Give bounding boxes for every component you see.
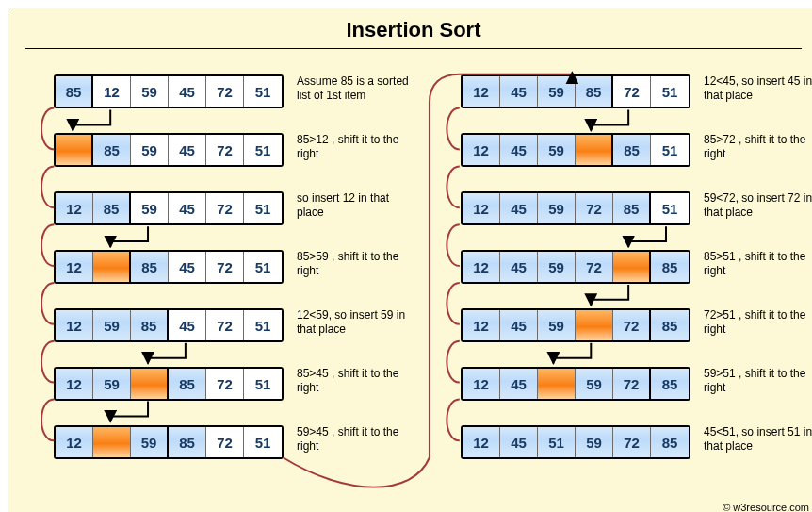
array: 128559457251: [54, 191, 284, 225]
sort-step: 12455985725112<45, so insert 45 in that …: [461, 74, 812, 133]
array-cell: 51: [244, 427, 282, 457]
array-cell: 12: [463, 135, 500, 165]
array-cell: 12: [56, 310, 93, 340]
array-cell: 45: [500, 135, 538, 165]
array-cell: 51: [651, 76, 689, 107]
array-cell: 45: [500, 427, 538, 457]
array-cell: 51: [244, 135, 282, 165]
sort-step: 128559457251so insert 12 in that place: [54, 191, 419, 250]
array-cell: 85: [93, 193, 131, 223]
array-cell: 72: [576, 252, 613, 282]
step-caption: 85>45 , shift it to the right: [297, 367, 419, 395]
array-cell: 85: [651, 369, 689, 399]
array: 124551597285: [461, 425, 690, 459]
array: 1245597285: [461, 308, 690, 342]
array-cell: 59: [538, 135, 576, 165]
step-caption: 59>45 , shift it to the right: [297, 425, 419, 454]
sort-step: 12598545725112<59, so insert 59 in that …: [54, 308, 419, 367]
array-cell: 72: [576, 193, 613, 223]
array-cell: 72: [613, 427, 651, 457]
array-cell: 51: [538, 427, 576, 457]
sort-step: 851259457251Assume 85 is a sorted list o…: [54, 74, 419, 133]
array-cell: 72: [613, 369, 651, 399]
array-gap-cell: [613, 252, 651, 282]
step-caption: 85>72 , shift it to the right: [704, 133, 812, 161]
array: 1259857251: [54, 367, 284, 401]
step-caption: 85>59 , shift it to the right: [297, 250, 419, 278]
array: 1285457251: [54, 250, 284, 284]
array-cell: 12: [93, 76, 131, 107]
array-cell: 72: [206, 427, 244, 457]
diagram-canvas: Insertion Sort 851259457251Assume 85 is …: [8, 8, 812, 512]
array-gap-cell: [131, 369, 169, 399]
array-cell: 59: [576, 427, 613, 457]
array-cell: 85: [131, 252, 169, 282]
array-cell: 12: [463, 310, 500, 340]
steps-column-right: 12455985725112<45, so insert 45 in that …: [461, 74, 812, 484]
array-cell: 45: [169, 310, 206, 340]
array-cell: 72: [206, 135, 244, 165]
sort-step: 125985725185>45 , shift it to the right: [54, 367, 419, 425]
sort-step: 128545725185>59 , shift it to the right: [54, 250, 419, 308]
array-cell: 45: [500, 252, 538, 282]
diagram-title: Insertion Sort: [8, 18, 812, 42]
step-caption: 59>51 , shift it to the right: [704, 367, 812, 395]
array-cell: 59: [538, 252, 576, 282]
array-cell: 59: [131, 76, 169, 107]
array-cell: 45: [500, 369, 538, 399]
array-cell: 45: [169, 135, 206, 165]
array: 124559728551: [461, 191, 690, 225]
array-cell: 85: [56, 76, 93, 107]
array-cell: 51: [651, 135, 689, 165]
array: 8559457251: [54, 133, 284, 167]
step-caption: 85>12 , shift it to the right: [297, 133, 419, 161]
array-cell: 51: [244, 193, 282, 223]
array-cell: 45: [169, 76, 206, 107]
step-caption: 59<72, so insert 72 in that place: [704, 191, 812, 220]
sort-step: 125985725159>45 , shift it to the right: [54, 425, 419, 484]
step-caption: 85>51 , shift it to the right: [704, 250, 812, 278]
step-caption: Assume 85 is a sorted list of 1st item: [297, 74, 419, 103]
array-cell: 85: [576, 76, 613, 107]
array-cell: 45: [500, 310, 538, 340]
array-cell: 51: [244, 369, 282, 399]
array-cell: 51: [244, 76, 282, 107]
sort-step: 12455159728545<51, so insert 51 in that …: [461, 425, 812, 484]
array-cell: 45: [500, 76, 538, 107]
steps-column-left: 851259457251Assume 85 is a sorted list o…: [54, 74, 419, 484]
array-cell: 85: [651, 427, 689, 457]
sort-step: 124559728559>51 , shift it to the right: [461, 367, 812, 425]
array-cell: 59: [131, 427, 169, 457]
array-cell: 45: [169, 252, 206, 282]
array-cell: 51: [651, 193, 689, 223]
array: 124559857251: [461, 74, 690, 108]
array-cell: 12: [56, 252, 93, 282]
array-cell: 85: [169, 427, 206, 457]
array: 1245598551: [461, 133, 690, 167]
title-separator: [25, 48, 802, 49]
array-cell: 85: [651, 310, 689, 340]
array-cell: 85: [169, 369, 206, 399]
array-cell: 12: [463, 369, 500, 399]
array-cell: 45: [169, 193, 206, 223]
array-cell: 72: [613, 310, 651, 340]
array-gap-cell: [93, 252, 131, 282]
sort-step: 855945725185>12 , shift it to the right: [54, 133, 419, 191]
array-cell: 85: [131, 310, 169, 340]
array-cell: 59: [538, 193, 576, 223]
array-gap-cell: [538, 369, 576, 399]
array-cell: 51: [244, 310, 282, 340]
step-caption: so insert 12 in that place: [297, 191, 419, 220]
sort-step: 124559728585>51 , shift it to the right: [461, 250, 812, 308]
array-cell: 12: [463, 193, 500, 223]
array-cell: 72: [206, 193, 244, 223]
array-cell: 59: [538, 310, 576, 340]
step-caption: 12<59, so insert 59 in that place: [297, 308, 419, 337]
array-cell: 59: [131, 135, 169, 165]
array-cell: 45: [500, 193, 538, 223]
array-gap-cell: [576, 135, 613, 165]
array-cell: 59: [131, 193, 169, 223]
array: 125985457251: [54, 308, 284, 342]
array-gap-cell: [56, 135, 93, 165]
array-cell: 59: [93, 369, 131, 399]
